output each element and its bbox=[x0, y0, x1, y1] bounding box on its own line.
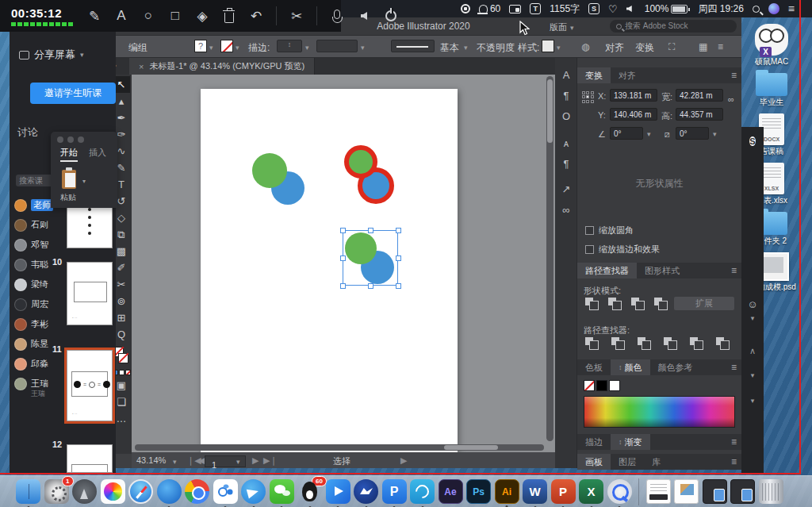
chevron-down-icon[interactable]: ▾ bbox=[361, 44, 365, 52]
blue-rings-app-icon[interactable] bbox=[213, 479, 238, 504]
student-list-item[interactable]: 邓智 bbox=[14, 235, 75, 255]
bell-icon[interactable]: 60 bbox=[479, 0, 500, 17]
selection-handle[interactable] bbox=[368, 283, 373, 289]
notification-list-icon[interactable]: ≡ bbox=[788, 0, 795, 17]
selection-handle[interactable] bbox=[396, 255, 401, 261]
minimized-window[interactable] bbox=[703, 479, 727, 504]
rect-tool-icon[interactable]: □ bbox=[165, 6, 186, 26]
eraser-tool-icon[interactable]: ◈ bbox=[192, 6, 213, 26]
student-list-item[interactable]: 邱淼 bbox=[14, 354, 75, 374]
color-spectrum-bar[interactable] bbox=[584, 396, 735, 428]
panel-menu-icon[interactable]: ≡ bbox=[731, 362, 737, 373]
horizontal-scrollbar[interactable] bbox=[135, 444, 544, 451]
qq-browser-icon[interactable] bbox=[157, 479, 182, 504]
student-list-item[interactable]: 梁绮 bbox=[14, 275, 75, 294]
tab-gradient[interactable]: ↕渐变 bbox=[611, 434, 650, 450]
student-list-item[interactable]: 韦聪 bbox=[14, 255, 75, 275]
basic-profile-label[interactable]: 基本 bbox=[440, 41, 459, 55]
opacity-label[interactable]: 不透明度 bbox=[477, 41, 515, 55]
stroke-swatch[interactable] bbox=[220, 40, 233, 52]
textedit-app-icon[interactable]: T bbox=[530, 0, 541, 17]
selection-handle[interactable] bbox=[340, 228, 346, 233]
invite-students-button[interactable]: 邀请学生听课 bbox=[30, 83, 116, 104]
student-list-item[interactable]: 周宏 bbox=[14, 294, 75, 314]
constrain-proportions-icon[interactable]: ∞ bbox=[728, 94, 734, 104]
paper-plane-app-icon[interactable] bbox=[241, 479, 266, 504]
align-button[interactable]: 对齐 bbox=[605, 41, 624, 55]
shuoshu-mac-app[interactable]: X硕鼠MAC bbox=[744, 24, 799, 66]
pen-tool-icon[interactable]: ✎ bbox=[84, 6, 105, 26]
photoshop-icon[interactable]: Ps bbox=[466, 479, 491, 504]
screen-record-icon[interactable] bbox=[461, 0, 470, 17]
speaker-icon[interactable] bbox=[354, 6, 374, 26]
divide-icon[interactable] bbox=[585, 337, 599, 349]
qq-icon[interactable]: 60 bbox=[297, 479, 322, 504]
paragraph-styles-panel-icon[interactable]: ¶ bbox=[555, 158, 577, 170]
selection-bounding-box[interactable] bbox=[343, 230, 398, 286]
white-swatch[interactable] bbox=[609, 380, 620, 391]
display-cast-icon[interactable] bbox=[509, 0, 521, 17]
last-artboard-icon[interactable]: ▶❘ bbox=[263, 455, 278, 466]
scrollbar-thumb[interactable] bbox=[444, 445, 498, 450]
panel-menu-icon[interactable]: ≡ bbox=[731, 436, 737, 447]
green-circle-red-stroke-shape[interactable] bbox=[344, 145, 377, 179]
illustrator-icon[interactable]: Ai bbox=[495, 479, 519, 504]
chevron-down-icon[interactable]: ▾ bbox=[464, 44, 468, 52]
minimized-window[interactable] bbox=[730, 479, 755, 504]
trash-icon[interactable] bbox=[219, 6, 239, 26]
vertical-scrollbar[interactable] bbox=[546, 76, 553, 441]
status-expand-icon[interactable]: ▶ bbox=[400, 455, 407, 466]
spotlight-search-icon[interactable] bbox=[753, 0, 760, 17]
scale-strokes-checkbox[interactable]: 缩放描边和效果 bbox=[585, 244, 660, 255]
tab-swatches[interactable]: 色板 bbox=[577, 359, 611, 375]
after-effects-icon[interactable]: Ae bbox=[439, 479, 463, 504]
trim-icon[interactable] bbox=[611, 337, 625, 349]
tab-align[interactable]: 对齐 bbox=[611, 67, 644, 83]
export-panel-icon[interactable]: ↗ bbox=[555, 183, 577, 195]
sogou-icon[interactable]: S bbox=[749, 136, 755, 146]
outline-icon[interactable] bbox=[690, 337, 703, 349]
workspace-switcher[interactable]: 版面 ▾ bbox=[550, 21, 574, 33]
adobe-stock-search-input[interactable]: 搜索 Adobe Stock bbox=[610, 20, 737, 33]
p-learning-app-icon[interactable]: P bbox=[382, 479, 407, 504]
stroke-profile-preview[interactable] bbox=[391, 40, 435, 52]
undo-icon[interactable]: ↶ bbox=[246, 6, 266, 26]
edu-app-icon[interactable] bbox=[410, 479, 435, 504]
discussion-label[interactable]: 讨论 bbox=[17, 125, 38, 140]
chevron-down-icon[interactable]: ▾ bbox=[647, 130, 651, 138]
brush-definition-dropdown[interactable] bbox=[316, 40, 358, 52]
reference-point-grid[interactable] bbox=[582, 91, 594, 103]
panel-menu-icon[interactable]: ≡ bbox=[731, 70, 737, 81]
unite-icon[interactable] bbox=[585, 298, 599, 309]
character-panel-icon[interactable]: A bbox=[555, 69, 577, 81]
tab-home[interactable]: 开始 bbox=[60, 147, 78, 162]
chevron-down-icon[interactable]: ▾ bbox=[236, 44, 239, 52]
black-swatch[interactable] bbox=[596, 380, 607, 391]
selection-handle[interactable] bbox=[340, 255, 346, 261]
emoji-icon[interactable]: ☺ bbox=[741, 298, 764, 310]
excel-icon[interactable]: X bbox=[579, 479, 603, 504]
blue-wing-app-icon[interactable] bbox=[354, 479, 378, 504]
none-swatch[interactable] bbox=[584, 380, 595, 391]
minus-back-icon[interactable] bbox=[716, 337, 730, 349]
close-icon[interactable]: × bbox=[139, 62, 144, 71]
ellipse-tool-icon[interactable]: ○ bbox=[138, 6, 159, 26]
merge-icon[interactable] bbox=[638, 337, 651, 349]
folder-graduates[interactable]: 毕业生 bbox=[744, 73, 799, 106]
chevron-down-icon[interactable]: ▾ bbox=[305, 44, 309, 52]
tencent-video-icon[interactable] bbox=[326, 479, 350, 504]
zoom-level[interactable]: 43.14% bbox=[136, 455, 166, 465]
selection-handle[interactable] bbox=[368, 228, 373, 233]
chevron-down-icon[interactable]: ▾ bbox=[82, 178, 86, 185]
canvas[interactable] bbox=[132, 75, 555, 452]
document-tab[interactable]: × 未标题-1* @ 43.14% (CMYK/GPU 预览) bbox=[129, 58, 315, 75]
launchpad-icon[interactable] bbox=[72, 479, 97, 504]
document-setup-icon[interactable]: ◍ bbox=[581, 41, 589, 52]
tab-transform[interactable]: 变换 bbox=[577, 67, 611, 83]
student-list-item[interactable]: 陈昱 bbox=[14, 334, 75, 354]
crop-icon[interactable] bbox=[664, 337, 677, 349]
y-field[interactable]: 140.406 m bbox=[610, 108, 657, 121]
trash-icon[interactable] bbox=[759, 479, 783, 504]
document-stack-file[interactable] bbox=[646, 479, 671, 504]
character-styles-panel-icon[interactable]: ᴀ bbox=[555, 137, 577, 149]
